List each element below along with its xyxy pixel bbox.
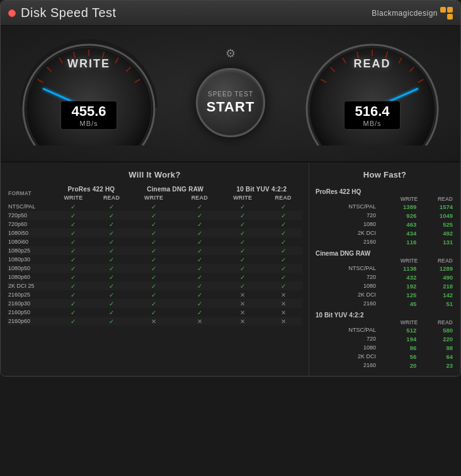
check-cell: ✓ bbox=[221, 211, 264, 220]
how-fast-title: How Fast? bbox=[316, 170, 454, 179]
hf-data-row: 21602023 bbox=[316, 361, 454, 370]
cdng-read-header: READ bbox=[178, 193, 221, 202]
check-cell: ✓ bbox=[130, 299, 178, 308]
check-cell: ✓ bbox=[221, 255, 264, 264]
hf-row-label: 1080 bbox=[316, 343, 380, 352]
write-value: 455.6 bbox=[67, 103, 110, 120]
hf-read-value: 490 bbox=[419, 273, 454, 281]
table-row: 1080p30✓✓✓✓✓✓ bbox=[7, 255, 302, 264]
row-label: 1080p60 bbox=[7, 273, 53, 281]
check-cell: ✕ bbox=[221, 290, 264, 299]
check-cell: ✕ bbox=[264, 308, 302, 317]
hf-write-value: 192 bbox=[380, 281, 419, 290]
check-cell: ✓ bbox=[264, 281, 302, 290]
row-label: 1080p50 bbox=[7, 264, 53, 273]
row-label: 1080i60 bbox=[7, 237, 53, 246]
row-label: 720p60 bbox=[7, 220, 53, 229]
close-button[interactable] bbox=[8, 9, 16, 17]
check-cell: ✕ bbox=[264, 317, 302, 326]
table-row: 2160p25✓✓✓✓✕✕ bbox=[7, 290, 302, 299]
hf-group-header-row: ProRes 422 HQ bbox=[316, 184, 454, 196]
check-cell: ✓ bbox=[178, 273, 221, 281]
check-cell: ✓ bbox=[53, 264, 93, 273]
hf-read-value: 218 bbox=[419, 281, 454, 290]
hf-write-value: 1138 bbox=[380, 264, 419, 273]
check-cell: ✕ bbox=[221, 299, 264, 308]
table-row: 2160p30✓✓✓✓✕✕ bbox=[7, 299, 302, 308]
check-cell: ✓ bbox=[94, 273, 130, 281]
table-row: 2160p60✓✓✕✕✕✕ bbox=[7, 317, 302, 326]
hf-data-row: 2K DCI434492 bbox=[316, 229, 454, 237]
cinemadng-header: Cinema DNG RAW bbox=[130, 184, 221, 193]
hf-subheader-cell: WRITE bbox=[380, 258, 419, 264]
check-cell: ✓ bbox=[94, 281, 130, 290]
check-cell: ✓ bbox=[94, 211, 130, 220]
hf-write-value: 125 bbox=[380, 290, 419, 299]
hf-write-value: 116 bbox=[380, 237, 419, 246]
hf-group-name: 10 Bit YUV 4:2:2 bbox=[316, 308, 454, 319]
yuv-read-header: READ bbox=[264, 193, 302, 202]
read-value-box: 516.4 MB/s bbox=[344, 101, 401, 130]
hf-write-value: 463 bbox=[380, 220, 419, 229]
hf-write-value: 45 bbox=[380, 299, 419, 308]
settings-button[interactable]: ⚙ bbox=[225, 47, 236, 60]
row-label: 2160p60 bbox=[7, 317, 53, 326]
check-cell: ✓ bbox=[221, 237, 264, 246]
check-cell: ✓ bbox=[53, 202, 93, 211]
hf-read-value: 1049 bbox=[419, 211, 454, 220]
check-cell: ✕ bbox=[221, 317, 264, 326]
hf-data-row: 7209261049 bbox=[316, 211, 454, 220]
check-cell: ✕ bbox=[264, 290, 302, 299]
hf-row-label: NTSC/PAL bbox=[316, 202, 380, 211]
hf-data-row: 720194220 bbox=[316, 334, 454, 343]
check-cell: ✓ bbox=[264, 202, 302, 211]
hf-read-value: 64 bbox=[419, 352, 454, 361]
read-value: 516.4 bbox=[351, 103, 394, 120]
check-cell: ✓ bbox=[221, 273, 264, 281]
window-title: Disk Speed Test bbox=[21, 6, 117, 20]
row-label: 2160p25 bbox=[7, 290, 53, 299]
hf-data-row: 2160116131 bbox=[316, 237, 454, 246]
check-cell: ✓ bbox=[94, 246, 130, 255]
speed-test-label: SPEED TEST bbox=[208, 91, 253, 98]
check-cell: ✓ bbox=[130, 237, 178, 246]
check-cell: ✓ bbox=[178, 237, 221, 246]
write-value-box: 455.6 MB/s bbox=[60, 101, 117, 130]
check-cell: ✓ bbox=[53, 299, 93, 308]
hf-row-label: NTSC/PAL bbox=[316, 264, 380, 273]
hf-read-value: 142 bbox=[419, 290, 454, 299]
check-cell: ✓ bbox=[178, 211, 221, 220]
check-cell: ✓ bbox=[130, 264, 178, 273]
how-fast-panel: How Fast? ProRes 422 HQWRITEREADNTSC/PAL… bbox=[309, 162, 460, 376]
brand-icon-cell-4 bbox=[447, 14, 453, 20]
table-row: 1080i60✓✓✓✓✓✓ bbox=[7, 237, 302, 246]
read-gauge: READ 516.4 MB/s bbox=[303, 38, 441, 145]
check-cell: ✓ bbox=[264, 264, 302, 273]
speed-test-start-button[interactable]: SPEED TEST START bbox=[196, 68, 265, 137]
check-cell: ✓ bbox=[130, 290, 178, 299]
write-unit: MB/s bbox=[67, 120, 110, 127]
hf-row-label: 1080 bbox=[316, 220, 380, 229]
hf-write-value: 1389 bbox=[380, 202, 419, 211]
check-cell: ✓ bbox=[178, 202, 221, 211]
hf-read-value: 23 bbox=[419, 361, 454, 370]
check-cell: ✓ bbox=[178, 220, 221, 229]
check-cell: ✓ bbox=[53, 237, 93, 246]
row-label: 720p50 bbox=[7, 211, 53, 220]
brand-icon-cell-3 bbox=[440, 14, 446, 20]
hf-row-label: 2160 bbox=[316, 299, 380, 308]
check-cell: ✓ bbox=[130, 281, 178, 290]
check-cell: ✓ bbox=[178, 308, 221, 317]
hf-write-value: 86 bbox=[380, 343, 419, 352]
hf-row-label: 720 bbox=[316, 334, 380, 343]
hf-row-label: 1080 bbox=[316, 281, 380, 290]
check-cell: ✓ bbox=[264, 220, 302, 229]
hf-data-row: NTSC/PAL512580 bbox=[316, 326, 454, 334]
check-cell: ✓ bbox=[130, 273, 178, 281]
hf-write-value: 926 bbox=[380, 211, 419, 220]
hf-row-label: 720 bbox=[316, 211, 380, 220]
table-row: 2160p50✓✓✓✓✕✕ bbox=[7, 308, 302, 317]
prores-read-header: READ bbox=[94, 193, 130, 202]
row-label: NTSC/PAL bbox=[7, 202, 53, 211]
hf-data-row: 2K DCI125142 bbox=[316, 290, 454, 299]
